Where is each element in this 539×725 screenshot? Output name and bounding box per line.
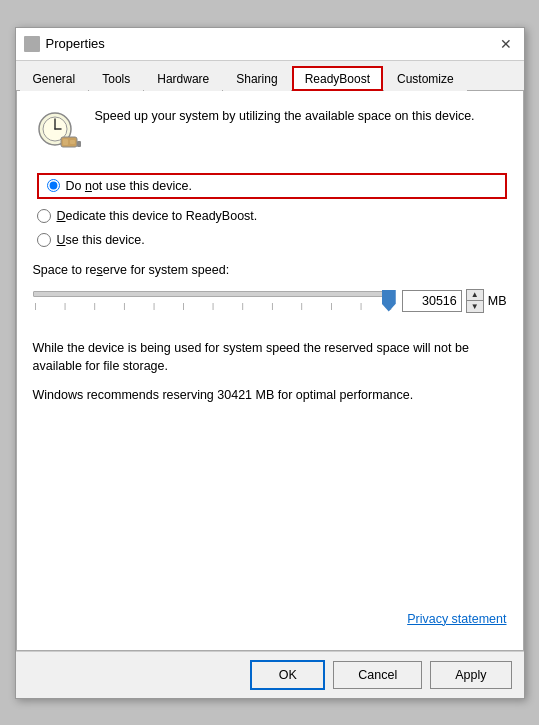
value-input-row: ▲ ▼ MB	[402, 289, 507, 313]
tab-tools[interactable]: Tools	[89, 66, 143, 91]
space-section: Space to reserve for system speed: |	[33, 263, 507, 327]
title-bar: Properties ✕	[16, 28, 524, 61]
tab-customize[interactable]: Customize	[384, 66, 467, 91]
space-label: Space to reserve for system speed:	[33, 263, 507, 277]
spinner-down-button[interactable]: ▼	[467, 301, 483, 312]
svg-rect-6	[70, 140, 75, 144]
tab-sharing[interactable]: Sharing	[223, 66, 290, 91]
svg-rect-5	[63, 139, 68, 145]
window-icon	[24, 36, 40, 52]
radio-group: Do not use this device. Dedicate this de…	[37, 173, 507, 247]
radio-item-dedicate[interactable]: Dedicate this device to ReadyBoost.	[37, 209, 507, 223]
title-bar-left: Properties	[24, 36, 105, 52]
slider-container: | | | | | | | | | | | | |	[33, 287, 394, 315]
header-description: Speed up your system by utilizing the av…	[95, 107, 475, 126]
privacy-link[interactable]: Privacy statement	[407, 612, 506, 626]
bottom-action-bar: OK Cancel Apply	[16, 651, 524, 698]
header-section: Speed up your system by utilizing the av…	[33, 107, 507, 157]
ok-button[interactable]: OK	[250, 660, 325, 690]
svg-rect-7	[77, 141, 81, 147]
radio-do-not-use[interactable]	[47, 179, 60, 192]
close-button[interactable]: ✕	[496, 34, 516, 54]
tab-bar: General Tools Hardware Sharing ReadyBoos…	[16, 61, 524, 91]
tab-content-readyboost: Speed up your system by utilizing the av…	[16, 91, 524, 651]
spinner-up-button[interactable]: ▲	[467, 290, 483, 301]
device-icon	[33, 107, 83, 157]
radio-dedicate[interactable]	[37, 209, 51, 223]
info-text-2: Windows recommends reserving 30421 MB fo…	[33, 386, 507, 405]
info-text-1: While the device is being used for syste…	[33, 339, 507, 377]
radio-label-do-not-use: Do not use this device.	[66, 179, 192, 193]
tab-general[interactable]: General	[20, 66, 89, 91]
tab-hardware[interactable]: Hardware	[144, 66, 222, 91]
tab-readyboost[interactable]: ReadyBoost	[292, 66, 383, 91]
radio-item-do-not-use[interactable]: Do not use this device.	[37, 173, 507, 199]
radio-label-use: Use this device.	[57, 233, 145, 247]
properties-window: Properties ✕ General Tools Hardware Shar…	[15, 27, 525, 699]
spinner: ▲ ▼	[466, 289, 484, 313]
cancel-button[interactable]: Cancel	[333, 661, 422, 689]
radio-item-use[interactable]: Use this device.	[37, 233, 507, 247]
privacy-row: Privacy statement	[33, 612, 507, 626]
slider-row: | | | | | | | | | | | | |	[33, 287, 507, 315]
mb-label: MB	[488, 294, 507, 308]
radio-use[interactable]	[37, 233, 51, 247]
value-input[interactable]	[402, 290, 462, 312]
window-title: Properties	[46, 36, 105, 51]
radio-label-dedicate: Dedicate this device to ReadyBoost.	[57, 209, 258, 223]
apply-button[interactable]: Apply	[430, 661, 511, 689]
